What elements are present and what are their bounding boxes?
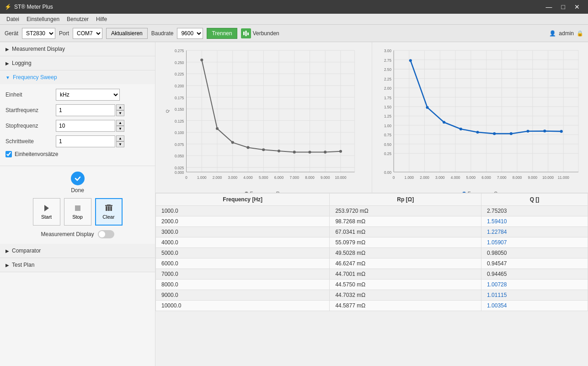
cell-q: 1.00354: [481, 301, 588, 311]
frequency-sweep-header[interactable]: ▼ Frequency Sweep: [0, 70, 155, 84]
svg-text:2.00: 2.00: [384, 86, 391, 91]
disconnect-button[interactable]: Trennen: [207, 28, 237, 39]
action-buttons: Start Stop Clear: [33, 198, 123, 226]
comparator-arrow: ▶: [5, 248, 9, 253]
schrittweite-input[interactable]: [56, 135, 115, 147]
toggle-slider: [98, 230, 114, 238]
svg-rect-5: [106, 206, 107, 211]
startfreq-up[interactable]: ▲: [116, 104, 124, 110]
logging-label: Logging: [12, 60, 32, 66]
col-rp: Rp [Ω]: [330, 194, 481, 206]
stopfreq-down[interactable]: ▼: [116, 126, 124, 132]
schrittweite-up[interactable]: ▲: [116, 135, 124, 141]
stopfreq-input[interactable]: [56, 120, 115, 132]
svg-point-62: [246, 146, 249, 149]
table-row: 8000.044.5750 mΩ1.00728: [156, 280, 588, 290]
stopfreq-label: Stopfrequenz: [5, 123, 56, 129]
svg-text:9.000: 9.000: [528, 176, 537, 180]
table-row: 3000.067.0341 mΩ1.22784: [156, 227, 588, 237]
svg-point-63: [262, 148, 265, 151]
right-chart-legend: Frequency, Q: [374, 191, 587, 193]
charts-area: 0.275 0.250 0.225 0.200 0.175 0.150 0.12…: [155, 42, 588, 193]
einheit-row: Einheit kHz Hz MHz: [5, 89, 150, 101]
startfreq-input[interactable]: [56, 104, 115, 116]
menu-bar: Datei Einstellungen Benutzer Hilfe: [0, 14, 588, 25]
cell-frequency: 3000.0: [156, 227, 330, 237]
menu-einstellungen[interactable]: Einstellungen: [23, 15, 63, 23]
startfreq-down[interactable]: ▼: [116, 110, 124, 116]
test-plan-label: Test Plan: [12, 262, 34, 268]
cell-q: 2.75203: [481, 206, 588, 216]
user-area: 👤 admin 🔒: [549, 30, 583, 37]
einheitenvorsaetze-checkbox[interactable]: [5, 151, 12, 157]
svg-point-128: [526, 130, 529, 133]
user-icon: 👤: [549, 30, 556, 37]
freq-sweep-arrow: ▼: [5, 75, 10, 80]
svg-text:2.000: 2.000: [420, 176, 429, 180]
stopfreq-up[interactable]: ▲: [116, 120, 124, 126]
measurement-display-toggle-row: Measurement Display: [41, 230, 114, 238]
svg-point-65: [293, 151, 296, 153]
svg-text:0.150: 0.150: [175, 108, 184, 112]
svg-text:10.000: 10.000: [335, 176, 346, 180]
test-plan-arrow: ▶: [5, 263, 9, 268]
cell-frequency: 5000.0: [156, 248, 330, 258]
measurement-header[interactable]: ▶ Measurement Display: [0, 42, 155, 56]
svg-text:2.50: 2.50: [384, 68, 391, 72]
table-body: 1000.0253.9720 mΩ2.752032000.098.7268 mΩ…: [156, 206, 588, 311]
cell-rp: 55.0979 mΩ: [330, 237, 481, 248]
cell-frequency: 10000.0: [156, 301, 330, 311]
test-plan-header[interactable]: ▶ Test Plan: [0, 258, 155, 272]
refresh-button[interactable]: Aktualisieren: [106, 28, 148, 39]
svg-text:0.175: 0.175: [175, 96, 184, 100]
startfreq-label: Startfrequenz: [5, 107, 56, 113]
svg-text:5.000: 5.000: [466, 176, 476, 180]
svg-point-122: [426, 106, 428, 109]
done-label: Done: [71, 187, 84, 194]
measurement-section: ▶ Measurement Display: [0, 42, 155, 56]
svg-text:8.000: 8.000: [305, 176, 315, 180]
stopfreq-input-wrap: ▲ ▼: [56, 120, 124, 132]
cell-q: 1.01115: [481, 290, 588, 301]
menu-datei[interactable]: Datei: [3, 15, 23, 23]
einheit-select[interactable]: kHz Hz MHz: [56, 89, 120, 101]
maximize-button[interactable]: □: [558, 2, 569, 11]
buttons-area: Done Start Stop: [0, 166, 155, 244]
cell-q: 1.00728: [481, 280, 588, 290]
device-select[interactable]: ST2830: [22, 28, 55, 39]
einheitenvorsaetze-row: Einheitenvorsätze: [5, 151, 150, 157]
schrittweite-down[interactable]: ▼: [116, 141, 124, 147]
svg-text:7.000: 7.000: [497, 176, 507, 180]
port-select[interactable]: COM7: [73, 28, 102, 39]
table-row: 4000.055.0979 mΩ1.05907: [156, 237, 588, 248]
table-row: 9000.044.7032 mΩ1.01115: [156, 290, 588, 301]
svg-text:3.000: 3.000: [228, 176, 238, 180]
svg-rect-0: [243, 32, 245, 35]
baudrate-select[interactable]: 9600: [177, 28, 203, 39]
connection-status: Verbunden: [241, 28, 279, 38]
stop-button[interactable]: Stop: [64, 198, 91, 226]
startfreq-input-wrap: ▲ ▼: [56, 104, 124, 116]
minimize-button[interactable]: —: [542, 2, 556, 11]
menu-hilfe[interactable]: Hilfe: [92, 15, 111, 23]
measurement-display-toggle[interactable]: [98, 230, 114, 238]
logging-section: ▶ Logging: [0, 56, 155, 70]
cell-frequency: 2000.0: [156, 216, 330, 227]
cell-q: 0.94465: [481, 269, 588, 280]
svg-text:0.50: 0.50: [384, 143, 391, 147]
menu-benutzer[interactable]: Benutzer: [63, 15, 92, 23]
cell-frequency: 4000.0: [156, 237, 330, 248]
table-row: 1000.0253.9720 mΩ2.75203: [156, 206, 588, 216]
clear-button[interactable]: Clear: [95, 198, 123, 226]
svg-text:Q: Q: [165, 110, 170, 113]
svg-text:6.000: 6.000: [481, 176, 491, 180]
logging-header[interactable]: ▶ Logging: [0, 56, 155, 70]
svg-text:5.000: 5.000: [259, 176, 268, 180]
comparator-header[interactable]: ▶ Comparator: [0, 244, 155, 258]
svg-text:0.075: 0.075: [175, 143, 184, 147]
svg-text:0.75: 0.75: [384, 133, 391, 137]
svg-text:0.025: 0.025: [175, 166, 184, 170]
start-button[interactable]: Start: [33, 198, 60, 226]
close-button[interactable]: ✕: [571, 2, 583, 11]
svg-text:0.000: 0.000: [175, 171, 184, 175]
